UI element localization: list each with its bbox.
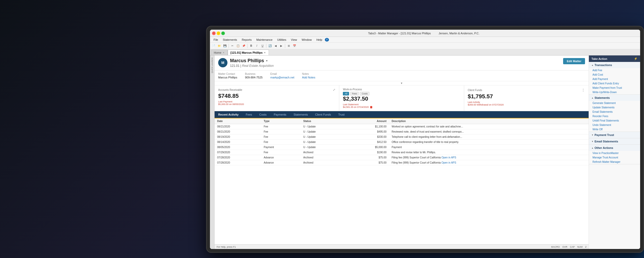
client-header-left: M Marcus Phillips ▾ 121.01 | Real Estate… [218,58,274,68]
menu-view[interactable]: View [289,38,299,42]
menu-utilities[interactable]: Utilities [275,38,288,42]
toolbar-cut[interactable]: ✂ [230,43,235,49]
toolbar-italic[interactable]: I [254,43,259,49]
toolbar-copy[interactable]: 📋 [235,43,241,49]
sidebar-refresh-matter[interactable]: Refresh Matter Manager [589,160,640,164]
tab-home-close[interactable]: × [222,51,225,54]
row-status: U - Update [301,134,346,140]
sidebar-update-statements[interactable]: Update Statements [589,105,640,110]
sidebar-add-cost[interactable]: Add Cost [589,72,640,77]
tab-recent-activity[interactable]: Recent Activity [215,111,242,118]
status-z: Z [585,246,587,248]
add-notes-link[interactable]: Add Notes [302,76,315,79]
menu-window[interactable]: Window [300,38,314,42]
sidebar-header: Take Action ⚡ [589,55,640,62]
sidebar-email-statements[interactable]: Email Statements [589,110,640,114]
payment-trust-toggle: ▼ [591,134,594,136]
toolbar-grid[interactable]: ⊞ [286,43,291,49]
row-status: Archived [301,155,346,160]
sidebar-make-payment-trust[interactable]: Make Payment from Trust [589,86,640,90]
wip-tab-all[interactable]: All [343,92,349,95]
matter-number: 121.01 | Real Estate Acquisition [230,64,274,68]
row-date: 07/28/2020 [215,155,261,160]
status-right: MACRO OVR CAP NUM Z [551,246,587,248]
toolbar-save[interactable]: 💾 [222,43,227,49]
tab-payments[interactable]: Payments [270,111,290,118]
menu-statements[interactable]: Statements [221,38,239,42]
sidebar-statements-title[interactable]: ▲ Statements [589,95,640,101]
toolbar-sep4 [285,44,285,48]
status-ovr: OVR [562,246,567,248]
menu-maintenance[interactable]: Maintenance [254,38,275,42]
menu-file[interactable]: File [211,38,220,42]
sidebar-reorder-fees[interactable]: Reorder Fees [589,114,640,118]
open-aps-link[interactable]: Open in APS [442,161,456,164]
client-dropdown[interactable]: ▾ [266,59,267,62]
window-titlebar: × − □ Tabs3 - Matter Manager - [121.01] … [210,30,640,37]
sidebar-email-title[interactable]: ▼ Email Statements [589,138,640,144]
minimize-button[interactable]: − [217,31,220,35]
tab-costs[interactable]: Costs [256,111,270,118]
tab-matter[interactable]: [121.01] Marcus Phillips × [228,50,269,55]
sidebar-add-client-funds[interactable]: Add Client Funds Entry [589,81,640,86]
sidebar-add-fee[interactable]: Add Fee [589,68,640,72]
tab-matter-close[interactable]: × [264,51,266,54]
ar-expand-icon[interactable]: ⤢ [333,88,335,92]
sidebar-unbill-final[interactable]: Unbill Final Statements [589,118,640,123]
table-row: 08/19/2020 Fee U - Update $330.00 Teleph… [215,134,589,140]
wip-tab-costs[interactable]: Costs [360,92,369,95]
toolbar-new[interactable]: 📄 [211,43,216,49]
other-toggle: ▲ [591,147,594,149]
sidebar-other-title[interactable]: ▲ Other Actions [589,145,640,151]
toolbar-back[interactable]: ◀ [273,43,278,49]
business-label: Business [245,72,263,75]
cf-menu-icon[interactable]: ⋮ [581,88,585,92]
menu-reports[interactable]: Reports [240,38,254,42]
row-date: 08/19/2020 [215,134,261,140]
status-bar: For Help, press F1 MACRO OVR CAP NUM Z [215,244,589,249]
tab-client-funds[interactable]: Client Funds [311,111,335,118]
statements-toggle: ▲ [591,97,594,99]
sidebar-payment-trust-title[interactable]: ▼ Payment Trust [589,132,640,138]
maximize-button[interactable]: □ [221,31,225,35]
row-date: 08/14/2020 [215,140,261,145]
sidebar-writeup-writedown[interactable]: Write-Up/Write-Down [589,90,640,94]
sidebar-generate-statement[interactable]: Generate Statement [589,101,640,105]
tab-home[interactable]: Home × [211,50,228,55]
toolbar-forward[interactable]: ▶ [279,43,284,49]
menu-bar: File Statements Reports Maintenance Util… [210,37,640,43]
email-link[interactable]: markp@emach.net [270,76,294,79]
toolbar-calendar[interactable]: 📅 [292,43,297,49]
row-status: Archived [301,150,346,155]
menu-help[interactable]: Help [314,38,324,42]
row-status: Archived [301,160,346,165]
edit-matter-button[interactable]: Edit Matter [563,58,585,64]
toolbar-paste[interactable]: 📌 [241,43,246,49]
toolbar-bold[interactable]: B [249,43,254,49]
menu-help-icon[interactable]: ? [325,38,329,42]
sidebar-statements-section: ▲ Statements Generate Statement Update S… [589,95,640,132]
sidebar-view-practicemaster[interactable]: View in PracticeMaster [589,151,640,155]
sidebar-write-off[interactable]: Write Off [589,127,640,132]
toolbar-underline[interactable]: U [260,43,265,49]
contact-label: Matter Contact [218,72,237,75]
wip-subtitle: Last Statement $4,581.35 on 07/24/2020 ! [343,103,460,108]
sidebar-transactions-title[interactable]: ▲ Transactions [589,62,640,68]
tab-trust[interactable]: Trust [335,111,348,118]
sidebar-add-payment[interactable]: Add Payment [589,77,640,81]
toolbar-refresh[interactable]: 🔄 [267,43,273,49]
tab-fees[interactable]: Fees [242,111,256,118]
collapse-row[interactable]: ▼ [215,81,589,85]
open-aps-link[interactable]: Open in APS [442,156,456,159]
client-name: Marcus Phillips [230,58,264,63]
sidebar-undo-statement[interactable]: Undo Statement [589,123,640,127]
wip-tab-fees[interactable]: Fees [350,92,359,95]
sidebar-manage-account[interactable]: Manage Trust Account [589,155,640,160]
close-button[interactable]: × [212,31,216,35]
row-description: Reviewed note, deed of trust and easemen… [392,130,464,133]
table-row: 08/14/2020 Fee U - Update $412.50 Office… [215,140,589,145]
laptop-frame: × − □ Tabs3 - Matter Manager - [121.01] … [206,26,644,253]
row-status: U - Update [301,129,346,134]
toolbar-open[interactable]: 📁 [217,43,222,49]
tab-statements[interactable]: Statements [290,111,312,118]
